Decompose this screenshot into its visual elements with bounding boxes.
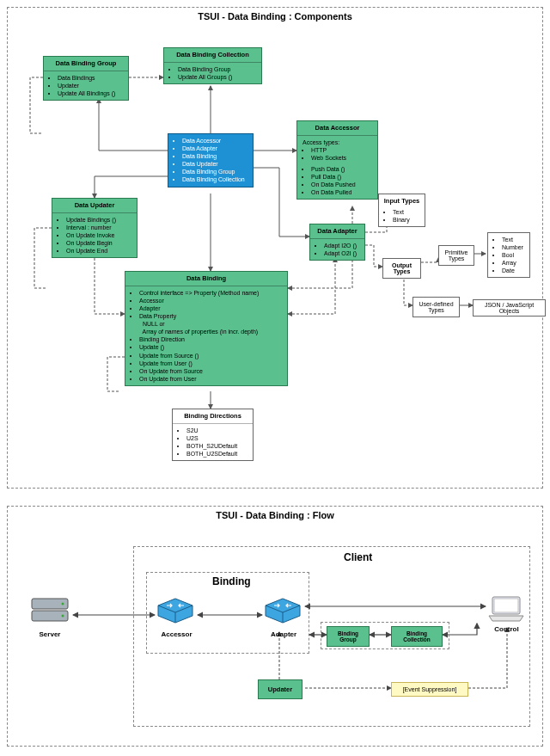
adapter-icon [262, 593, 303, 624]
data-binding-group-box: Data Binding Group Data Bindings Updater… [43, 56, 129, 101]
server-icon [28, 593, 71, 631]
svg-point-16 [62, 615, 64, 618]
server-label: Server [37, 630, 63, 638]
event-suppression-box: [Event Suppression] [391, 682, 468, 697]
client-label: Client [344, 551, 372, 563]
binding-directions-box: Binding Directions S2U U2S BOTH_S2UDefau… [172, 409, 254, 461]
data-accessor-box: Data Accessor Access types: HTTP Web Soc… [296, 120, 378, 200]
box-title: Data Binding Collection [164, 48, 261, 63]
output-types-box: Output Types [382, 258, 421, 279]
box-title: Data Updater [52, 199, 137, 213]
control-icon [486, 593, 527, 628]
data-updater-box: Data Updater Update Bindings () Interval… [52, 198, 138, 258]
accessor-icon [155, 593, 196, 624]
box-title: Data Binding [125, 272, 287, 286]
binding-collection-box: Binding Collection [391, 626, 443, 647]
svg-rect-18 [494, 599, 518, 612]
primitive-types-label: Primitive Types [438, 245, 474, 266]
json-objects-box: JSON / JavaScript Objects [473, 299, 546, 317]
binding-group-box: Binding Group [327, 626, 370, 647]
box-title: Data Adapter [310, 224, 364, 239]
data-adapter-box: Data Adapter Adapt I2O () Adapt O2I () [309, 224, 365, 261]
components-panel: TSUI - Data Binding : Components [7, 7, 543, 489]
binding-label: Binding [212, 575, 251, 587]
data-binding-collection-box: Data Binding Collection Data Binding Gro… [163, 47, 262, 84]
input-types-box: Input Types Text Binary [378, 194, 425, 227]
box-title: Data Accessor [297, 121, 377, 136]
accessor-label: Accessor [157, 630, 196, 638]
svg-point-15 [62, 603, 64, 605]
box-title: Data Binding Group [44, 57, 128, 71]
user-defined-types-box: User-defined Types [412, 297, 460, 317]
data-binding-box: Data Binding Control interface => Proper… [125, 271, 288, 386]
central-box: Data Accessor Data Adapter Data Binding … [168, 133, 254, 187]
adapter-label: Adapter [266, 630, 301, 638]
control-label: Control [492, 625, 522, 633]
flow-panel: TSUI - Data Binding : Flow Client Bindin… [7, 506, 543, 747]
updater-box: Updater [258, 679, 302, 699]
primitive-types-list: Text Number Bool Array Date [487, 232, 530, 278]
